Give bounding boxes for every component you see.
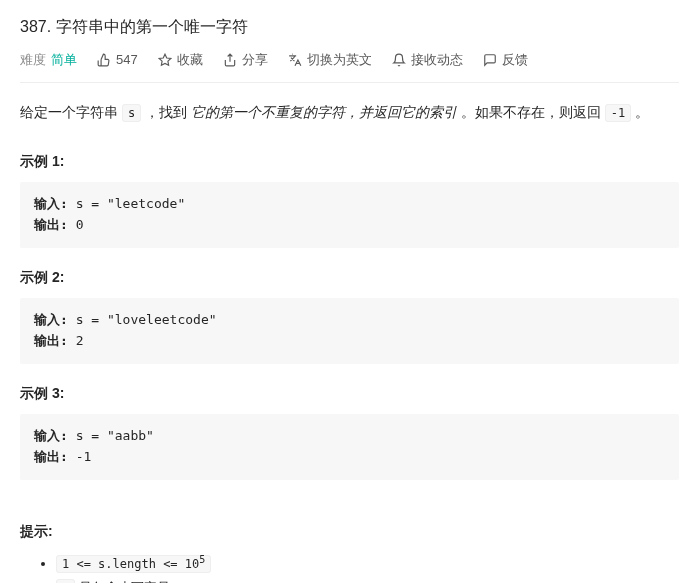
like-count: 547 [116,50,138,71]
constraint-code: s [56,579,75,583]
share-icon [223,53,237,67]
example-label: 示例 3: [20,382,679,404]
share-label: 分享 [242,50,268,71]
like-button[interactable]: 547 [97,50,138,71]
constraints-list: 1 <= s.length <= 105 s 只包含小写字母 [20,552,679,583]
meta-bar: 难度 简单 547 收藏 分享 切换为英文 接收动态 反馈 [20,50,679,84]
share-button[interactable]: 分享 [223,50,268,71]
feedback-button[interactable]: 反馈 [483,50,528,71]
svg-marker-0 [159,54,171,65]
var-s: s [122,104,141,122]
hints-label: 提示: [20,520,679,542]
favorite-button[interactable]: 收藏 [158,50,203,71]
subscribe-button[interactable]: 接收动态 [392,50,463,71]
favorite-label: 收藏 [177,50,203,71]
bell-icon [392,53,406,67]
switch-lang-button[interactable]: 切换为英文 [288,50,372,71]
problem-description: 给定一个字符串 s ，找到 它的第一个不重复的字符，并返回它的索引 。如果不存在… [20,101,679,123]
constraint-item: 1 <= s.length <= 105 [56,552,679,575]
example-block: 示例 1: 输入: s = "leetcode" 输出: 0 [20,150,679,248]
neg-one: -1 [605,104,631,122]
translate-icon [288,53,302,67]
thumbs-up-icon [97,53,111,67]
subscribe-label: 接收动态 [411,50,463,71]
difficulty-value: 简单 [51,50,77,71]
example-code: 输入: s = "aabb" 输出: -1 [20,414,679,480]
constraint-item: s 只包含小写字母 [56,578,679,583]
star-icon [158,53,172,67]
feedback-icon [483,53,497,67]
feedback-label: 反馈 [502,50,528,71]
switch-lang-label: 切换为英文 [307,50,372,71]
example-block: 示例 2: 输入: s = "loveleetcode" 输出: 2 [20,266,679,364]
example-block: 示例 3: 输入: s = "aabb" 输出: -1 [20,382,679,480]
example-code: 输入: s = "loveleetcode" 输出: 2 [20,298,679,364]
example-label: 示例 1: [20,150,679,172]
constraint-code: 1 <= s.length <= 105 [56,555,211,573]
problem-title: 387. 字符串中的第一个唯一字符 [20,14,679,40]
difficulty-label: 难度 [20,50,46,71]
example-label: 示例 2: [20,266,679,288]
difficulty: 难度 简单 [20,50,77,71]
example-code: 输入: s = "leetcode" 输出: 0 [20,182,679,248]
